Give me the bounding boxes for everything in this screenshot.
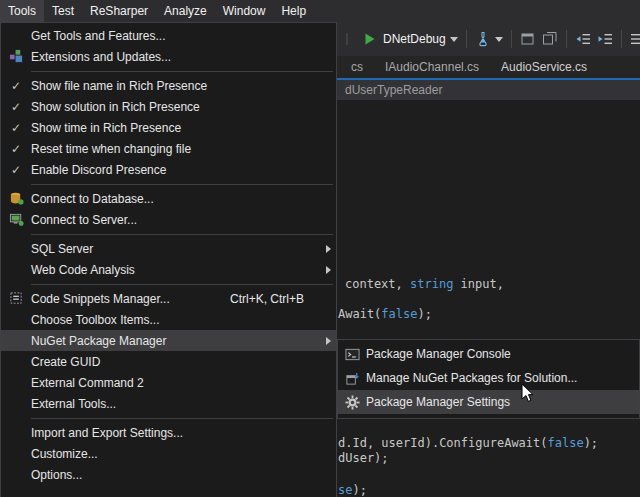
- menu-item-customize[interactable]: Customize...: [1, 443, 336, 464]
- code-line: se);: [338, 483, 367, 497]
- menu-separator: [1, 180, 336, 188]
- play-icon[interactable]: [361, 31, 377, 47]
- gear-icon: [345, 395, 360, 410]
- menu-item-label: Create GUID: [31, 355, 320, 369]
- menu-item-label: Package Manager Settings: [366, 395, 623, 409]
- submenu-arrow-icon: [326, 337, 331, 345]
- checkmark-icon: ✓: [11, 101, 21, 113]
- menu-item-label: Extensions and Updates...: [31, 50, 320, 64]
- menu-item-label: Package Manager Console: [366, 347, 623, 361]
- toolbar-separator: [466, 30, 467, 48]
- menu-item-create-guid[interactable]: Create GUID: [1, 351, 336, 372]
- menubar-item-analyze[interactable]: Analyze: [156, 0, 215, 22]
- server-icon: [9, 212, 24, 227]
- submenu-item-manage-nuget-packages-for-solution[interactable]: Manage NuGet Packages for Solution...: [338, 366, 639, 390]
- menu-item-label: Manage NuGet Packages for Solution...: [366, 371, 623, 385]
- new-window-icon[interactable]: [520, 31, 536, 47]
- chevron-down-icon[interactable]: [450, 36, 458, 42]
- menu-item-label: Show time in Rich Presence: [31, 121, 320, 135]
- menu-shortcut: Ctrl+K, Ctrl+B: [230, 292, 304, 306]
- menu-item-get-tools-and-features[interactable]: Get Tools and Features...: [1, 25, 336, 46]
- menu-item-show-time-in-rich-presence[interactable]: ✓Show time in Rich Presence: [1, 117, 336, 138]
- menu-item-label: NuGet Package Manager: [31, 334, 320, 348]
- menubar-item-window[interactable]: Window: [215, 0, 274, 22]
- menubar-item-help[interactable]: Help: [273, 0, 314, 22]
- nuget-submenu: Package Manager ConsoleManage NuGet Pack…: [337, 339, 640, 419]
- menu-item-code-snippets-manager[interactable]: Code Snippets Manager...Ctrl+K, Ctrl+B: [1, 288, 336, 309]
- breadcrumb[interactable]: dUserTypeReader: [345, 80, 442, 100]
- tools-menu: Get Tools and Features...Extensions and …: [0, 22, 337, 497]
- menu-item-label: Reset time when changing file: [31, 142, 320, 156]
- menu-item-label: SQL Server: [31, 242, 320, 256]
- toolbar-grip: [339, 31, 355, 47]
- menu-separator: [1, 67, 336, 75]
- menu-item-label: Enable Discord Presence: [31, 163, 320, 177]
- menu-item-enable-discord-presence[interactable]: ✓Enable Discord Presence: [1, 159, 336, 180]
- database-icon: [9, 191, 24, 206]
- toolbar-separator: [566, 30, 567, 48]
- submenu-arrow-icon: [326, 266, 331, 274]
- menu-separator: [1, 414, 336, 422]
- menu-item-choose-toolbox-items[interactable]: Choose Toolbox Items...: [1, 309, 336, 330]
- flask-icon[interactable]: [475, 31, 491, 47]
- menu-separator: [1, 280, 336, 288]
- menu-item-label: Options...: [31, 468, 320, 482]
- menu-item-extensions-and-updates[interactable]: Extensions and Updates...: [1, 46, 336, 67]
- menu-item-sql-server[interactable]: SQL Server: [1, 238, 336, 259]
- menu-item-show-file-name-in-rich-presence[interactable]: ✓Show file name in Rich Presence: [1, 75, 336, 96]
- menu-item-web-code-analysis[interactable]: Web Code Analysis: [1, 259, 336, 280]
- indent-icon[interactable]: [597, 31, 613, 47]
- checkmark-icon: ✓: [11, 122, 21, 134]
- mouse-cursor: [521, 383, 536, 408]
- extensions-icon: [9, 49, 24, 64]
- editor-tab[interactable]: AudioService.cs: [490, 56, 598, 78]
- menu-item-show-solution-in-rich-presence[interactable]: ✓Show solution in Rich Presence: [1, 96, 336, 117]
- menu-item-label: Code Snippets Manager...: [31, 292, 230, 306]
- checkmark-icon: ✓: [11, 80, 21, 92]
- code-line: context, string input,: [345, 277, 504, 291]
- submenu-item-package-manager-settings[interactable]: Package Manager Settings: [338, 390, 639, 414]
- console-icon: [345, 347, 360, 362]
- menu-item-label: Choose Toolbox Items...: [31, 313, 320, 327]
- menu-item-label: Show file name in Rich Presence: [31, 79, 320, 93]
- checkmark-icon: ✓: [11, 164, 21, 176]
- submenu-item-package-manager-console[interactable]: Package Manager Console: [338, 342, 639, 366]
- menu-item-label: Connect to Server...: [31, 213, 320, 227]
- vs-window: ToolsTestReSharperAnalyzeWindowHelp DNet…: [0, 0, 640, 497]
- copy-window-icon[interactable]: [542, 31, 558, 47]
- menu-item-label: Connect to Database...: [31, 192, 320, 206]
- menu-item-external-tools[interactable]: External Tools...: [1, 393, 336, 414]
- menubar-item-tools[interactable]: Tools: [0, 0, 44, 22]
- code-line: dUser);: [338, 451, 389, 465]
- build-config-dropdown[interactable]: DNetDebug: [383, 32, 446, 46]
- menu-item-nuget-package-manager[interactable]: NuGet Package Manager: [1, 330, 336, 351]
- toolbar-separator: [621, 30, 622, 48]
- menu-item-label: Show solution in Rich Presence: [31, 100, 320, 114]
- menu-item-label: Get Tools and Features...: [31, 29, 320, 43]
- menubar-item-resharper[interactable]: ReSharper: [82, 0, 156, 22]
- menu-item-reset-time-when-changing-file[interactable]: ✓Reset time when changing file: [1, 138, 336, 159]
- nuget-package-icon: [345, 371, 360, 386]
- menubar-item-test[interactable]: Test: [44, 0, 82, 22]
- snippets-icon: [9, 291, 24, 306]
- checkmark-icon: ✓: [11, 143, 21, 155]
- chevron-down-icon[interactable]: [495, 36, 503, 42]
- code-line: Await(false);: [338, 307, 432, 321]
- outdent-icon[interactable]: [575, 31, 591, 47]
- menu-item-label: Import and Export Settings...: [31, 426, 320, 440]
- menubar: ToolsTestReSharperAnalyzeWindowHelp: [0, 0, 640, 22]
- editor-tab[interactable]: cs: [340, 56, 374, 78]
- menu-item-connect-to-server[interactable]: Connect to Server...: [1, 209, 336, 230]
- menu-item-connect-to-database[interactable]: Connect to Database...: [1, 188, 336, 209]
- menu-item-label: External Command 2: [31, 376, 320, 390]
- menu-item-label: Customize...: [31, 447, 320, 461]
- menu-item-import-and-export-settings[interactable]: Import and Export Settings...: [1, 422, 336, 443]
- editor-tab[interactable]: IAudioChannel.cs: [374, 56, 490, 78]
- menu-item-label: Web Code Analysis: [31, 263, 320, 277]
- menu-item-external-command-2[interactable]: External Command 2: [1, 372, 336, 393]
- comment-icon[interactable]: [630, 31, 640, 47]
- submenu-arrow-icon: [326, 245, 331, 253]
- menu-item-label: External Tools...: [31, 397, 320, 411]
- menu-separator: [1, 230, 336, 238]
- menu-item-options[interactable]: Options...: [1, 464, 336, 485]
